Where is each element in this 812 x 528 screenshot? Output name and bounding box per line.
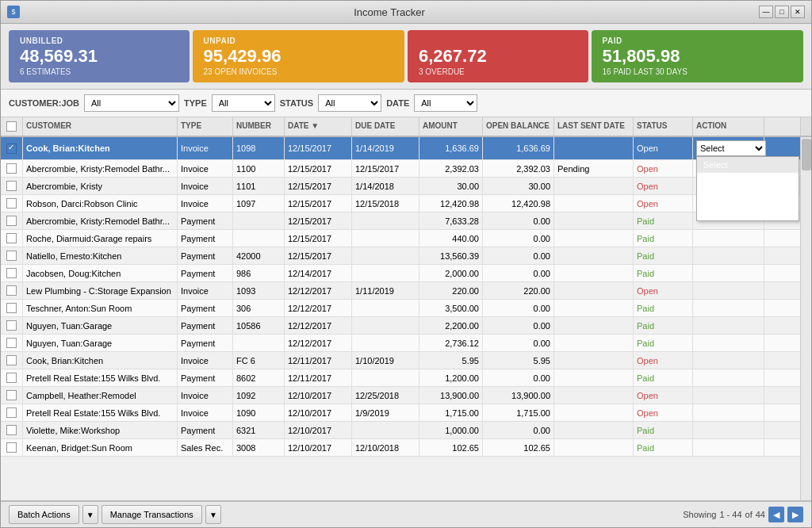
- row-check[interactable]: [6, 216, 17, 226]
- row-check[interactable]: [6, 407, 17, 418]
- row-action[interactable]: [693, 404, 764, 421]
- paid-card[interactable]: PAID 51,805.98 16 PAID LAST 30 DAYS: [592, 30, 803, 82]
- table-row[interactable]: Nguyen, Tuan:Garage Payment 10586 12/12/…: [1, 317, 800, 335]
- unpaid-card[interactable]: UNPAID 95,429.96 23 OPEN INVOICES: [193, 30, 404, 82]
- row-checkbox[interactable]: [1, 230, 23, 247]
- row-check[interactable]: [6, 285, 17, 296]
- table-row[interactable]: Abercrombie, Kristy Invoice 1101 12/15/2…: [1, 178, 800, 195]
- row-checkbox[interactable]: [1, 369, 23, 386]
- header-status[interactable]: STATUS: [634, 117, 693, 136]
- select-all-checkbox[interactable]: [6, 121, 17, 132]
- row-check[interactable]: [6, 442, 17, 453]
- row-checkbox[interactable]: [1, 178, 23, 194]
- row-check[interactable]: [6, 390, 17, 400]
- row-checkbox[interactable]: [1, 300, 23, 316]
- row-check[interactable]: [6, 320, 17, 331]
- manage-transactions-button[interactable]: Manage Transactions: [102, 505, 202, 524]
- row-check[interactable]: [6, 355, 17, 365]
- dropdown-print[interactable]: Print: [697, 189, 799, 205]
- batch-actions-button[interactable]: Batch Actions: [9, 505, 79, 524]
- dropdown-receive-payment[interactable]: Receive Payment: [697, 173, 799, 189]
- table-row[interactable]: Campbell, Heather:Remodel Invoice 1092 1…: [1, 387, 800, 404]
- customer-job-select[interactable]: All: [84, 94, 179, 112]
- table-row[interactable]: Keenan, Bridget:Sun Room Sales Rec. 3008…: [1, 439, 800, 457]
- table-row[interactable]: Abercrombie, Kristy:Remodel Bathr... Inv…: [1, 160, 800, 178]
- row-checkbox[interactable]: [1, 422, 23, 438]
- row-check[interactable]: [6, 233, 17, 243]
- header-amount[interactable]: AMOUNT: [419, 117, 483, 136]
- row-checkbox[interactable]: [1, 265, 23, 281]
- action-select[interactable]: Select Receive Payment Print Email: [696, 140, 766, 156]
- overdue-card[interactable]: 6,267.72 3 OVERDUE: [408, 30, 588, 82]
- table-row[interactable]: Roche, Diarmuid:Garage repairs Payment 1…: [1, 230, 800, 247]
- row-checkbox[interactable]: [1, 439, 23, 456]
- row-action[interactable]: [693, 352, 764, 369]
- header-date[interactable]: DATE ▼: [285, 117, 352, 136]
- row-action[interactable]: [693, 265, 764, 281]
- row-action[interactable]: [693, 300, 764, 316]
- row-action[interactable]: [693, 422, 764, 438]
- table-row[interactable]: Abercrombie, Kristy:Remodel Bathr... Pay…: [1, 212, 800, 230]
- scrollbar-thumb[interactable]: [802, 139, 811, 170]
- action-select-container[interactable]: Select Receive Payment Print Email Selec…: [696, 140, 766, 156]
- row-checkbox[interactable]: [1, 247, 23, 264]
- header-last-sent[interactable]: LAST SENT DATE: [554, 117, 634, 136]
- row-checkbox[interactable]: [1, 212, 23, 229]
- header-due-date[interactable]: DUE DATE: [352, 117, 419, 136]
- row-checkbox[interactable]: [1, 352, 23, 369]
- table-scroll[interactable]: Cook, Brian:Kitchen Invoice 1098 12/15/2…: [1, 137, 800, 500]
- table-row[interactable]: Pretell Real Estate:155 Wilks Blvd. Paym…: [1, 369, 800, 387]
- row-check[interactable]: [6, 198, 17, 209]
- row-action[interactable]: [693, 439, 764, 456]
- row-action[interactable]: [693, 247, 764, 264]
- row-check[interactable]: [6, 181, 17, 191]
- type-select[interactable]: All: [212, 94, 275, 112]
- row-checkbox[interactable]: [1, 282, 23, 299]
- unbilled-card[interactable]: UNBILLED 48,569.31 6 ESTIMATES: [9, 30, 190, 82]
- header-open-balance[interactable]: OPEN BALANCE: [483, 117, 554, 136]
- table-row[interactable]: Cook, Brian:Kitchen Invoice 1098 12/15/2…: [1, 137, 800, 160]
- row-action[interactable]: Select Receive Payment Print Email Selec…: [693, 137, 764, 159]
- maximize-button[interactable]: □: [775, 6, 789, 18]
- table-row[interactable]: Lew Plumbing - C:Storage Expansion Invoi…: [1, 282, 800, 300]
- table-row[interactable]: Pretell Real Estate:155 Wilks Blvd. Invo…: [1, 404, 800, 422]
- row-checkbox[interactable]: [1, 387, 23, 404]
- action-dropdown[interactable]: Select Receive Payment Print Email: [696, 156, 799, 221]
- scrollbar-track[interactable]: [800, 137, 811, 500]
- row-check[interactable]: [6, 163, 17, 174]
- row-action[interactable]: [693, 387, 764, 404]
- prev-page-button[interactable]: ◀: [768, 507, 784, 522]
- row-check[interactable]: [6, 373, 17, 383]
- minimize-button[interactable]: —: [759, 6, 773, 18]
- table-row[interactable]: Nguyen, Tuan:Garage Payment 12/12/2017 2…: [1, 335, 800, 352]
- row-check[interactable]: [6, 143, 17, 154]
- row-checkbox[interactable]: [1, 137, 23, 159]
- row-action[interactable]: [693, 230, 764, 247]
- table-row[interactable]: Teschner, Anton:Sun Room Payment 306 12/…: [1, 300, 800, 317]
- row-checkbox[interactable]: [1, 335, 23, 351]
- window-controls[interactable]: — □ ✕: [759, 6, 805, 18]
- table-row[interactable]: Jacobsen, Doug:Kitchen Payment 986 12/14…: [1, 265, 800, 282]
- row-action[interactable]: [693, 317, 764, 334]
- manage-transactions-dropdown-arrow[interactable]: ▼: [205, 505, 221, 524]
- row-checkbox[interactable]: [1, 195, 23, 212]
- row-check[interactable]: [6, 338, 17, 348]
- row-check[interactable]: [6, 251, 17, 261]
- dropdown-email[interactable]: Email: [697, 205, 799, 220]
- row-action[interactable]: [693, 369, 764, 386]
- header-checkbox[interactable]: [1, 117, 23, 136]
- row-checkbox[interactable]: [1, 404, 23, 421]
- row-check[interactable]: [6, 303, 17, 313]
- dropdown-select[interactable]: Select: [697, 157, 799, 173]
- table-row[interactable]: Cook, Brian:Kitchen Invoice FC 6 12/11/2…: [1, 352, 800, 369]
- row-checkbox[interactable]: [1, 317, 23, 334]
- row-action[interactable]: [693, 282, 764, 299]
- next-page-button[interactable]: ▶: [787, 507, 803, 522]
- date-select[interactable]: All: [414, 94, 477, 112]
- row-check[interactable]: [6, 268, 17, 278]
- row-action[interactable]: [693, 335, 764, 351]
- row-check[interactable]: [6, 425, 17, 435]
- batch-actions-dropdown-arrow[interactable]: ▼: [82, 505, 98, 524]
- status-select[interactable]: All: [318, 94, 381, 112]
- table-row[interactable]: Natiello, Ernesto:Kitchen Payment 42000 …: [1, 247, 800, 265]
